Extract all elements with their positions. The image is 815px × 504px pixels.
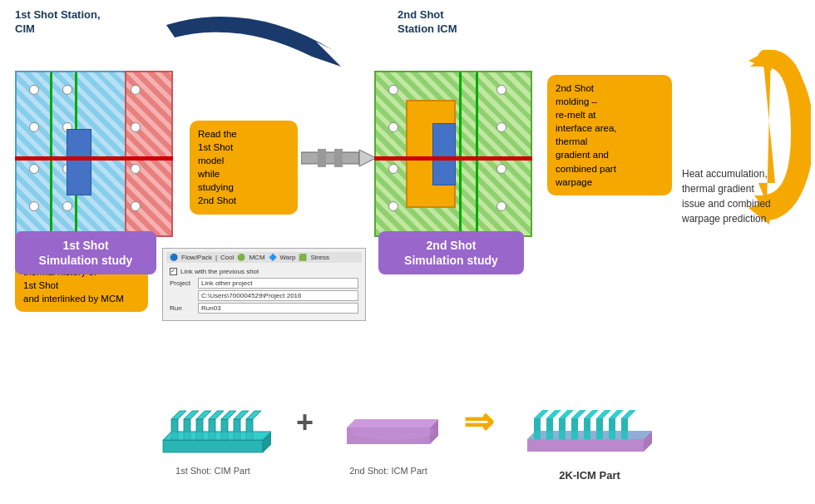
callout-remelt: 2nd Shot molding – re-melt at interface … — [547, 75, 672, 195]
dialog-path-row: C:\Users\700004529\Project 2016 — [170, 290, 358, 301]
svg-point-31 — [351, 423, 434, 440]
dialog-run-row: Run Run03 — [170, 303, 358, 314]
injection-unit-icon — [301, 146, 380, 170]
circle — [29, 164, 39, 174]
svg-rect-2 — [318, 149, 326, 167]
svg-marker-51 — [527, 431, 652, 439]
sim-box-1: 1st Shot Simulation study — [15, 231, 156, 274]
arrow-top-left-icon — [150, 17, 349, 83]
dialog-checkbox-row: Link with the previous shot — [170, 268, 358, 275]
circle — [388, 85, 398, 95]
checkbox-link[interactable] — [170, 268, 177, 275]
circle — [496, 85, 506, 95]
svg-marker-33 — [527, 439, 644, 452]
station1-label: 1st Shot Station, CIM — [15, 8, 101, 37]
dialog-project-row: Project Link other project — [170, 278, 358, 289]
svg-marker-23 — [209, 411, 224, 419]
circle — [62, 201, 72, 211]
dialog-mcm: 🔵 Flow/Pack | Cool 🟢 MCM 🔷 Warp 🟩 Stress… — [162, 248, 366, 321]
part1-label: 1st Shot: CIM Part — [175, 466, 250, 476]
svg-marker-21 — [184, 411, 199, 419]
svg-marker-10 — [163, 440, 263, 452]
part1-container: 1st Shot: CIM Part — [155, 386, 271, 476]
svg-marker-44 — [546, 410, 561, 418]
circle — [29, 122, 39, 132]
svg-marker-48 — [596, 410, 611, 418]
heat-text: Heat accumulation, thermal gradient issu… — [682, 166, 807, 226]
dialog-body: Link with the previous shot Project Link… — [166, 266, 362, 317]
circle — [388, 201, 398, 211]
circle — [29, 85, 39, 95]
svg-marker-22 — [196, 411, 211, 419]
circle — [131, 122, 141, 132]
cim-part-icon — [155, 386, 271, 461]
2k-icm-part-icon — [519, 381, 660, 464]
svg-marker-43 — [534, 410, 549, 418]
mold-core-2 — [432, 123, 456, 185]
mold-parting-line-1 — [15, 156, 173, 161]
svg-marker-49 — [609, 410, 624, 418]
icm-part-icon — [338, 386, 438, 461]
circle — [388, 122, 398, 132]
mold-parting-line-2 — [374, 156, 532, 161]
part3-container: 2K-ICM Part — [519, 381, 660, 482]
svg-marker-27 — [163, 432, 271, 440]
svg-marker-46 — [571, 410, 586, 418]
plus-operator: + — [296, 405, 314, 440]
svg-rect-3 — [334, 149, 343, 167]
mold-core-1 — [67, 129, 91, 195]
circle — [62, 85, 72, 95]
circle — [131, 201, 141, 211]
vert-line — [459, 72, 462, 239]
combine-arrow: ⇒ — [463, 400, 494, 442]
part2-label: 2nd Shot: ICM Part — [349, 466, 427, 476]
circle — [131, 164, 141, 174]
bottom-section: 1st Shot: CIM Part + 2nd Shot: ICM Part … — [0, 358, 815, 504]
part3-label: 2K-ICM Part — [559, 469, 620, 482]
sim-box-2: 2nd Shot Simulation study — [378, 231, 524, 274]
circle — [496, 201, 506, 211]
callout-read-shot: Read the 1st Shot model while studying 2… — [190, 121, 298, 215]
vert-line — [50, 72, 52, 239]
circle — [29, 201, 39, 211]
svg-marker-9 — [748, 50, 772, 71]
svg-marker-26 — [246, 411, 261, 419]
svg-marker-25 — [234, 411, 249, 419]
svg-marker-50 — [621, 410, 636, 418]
svg-marker-47 — [584, 410, 599, 418]
svg-marker-20 — [171, 411, 186, 419]
circle — [131, 85, 141, 95]
svg-marker-45 — [559, 410, 574, 418]
part2-container: 2nd Shot: ICM Part — [338, 386, 438, 476]
dialog-toolbar: 🔵 Flow/Pack | Cool 🟢 MCM 🔷 Warp 🟩 Stress — [166, 252, 362, 263]
top-section: 1st Shot Station, CIM 2nd Shot Station I… — [0, 0, 815, 349]
circle — [496, 122, 506, 132]
svg-marker-1 — [359, 150, 376, 166]
circle — [388, 164, 398, 174]
svg-rect-0 — [301, 152, 359, 164]
svg-marker-24 — [221, 411, 236, 419]
station2-label: 2nd Shot Station ICM — [398, 8, 457, 37]
mold-box-1-right — [125, 71, 173, 237]
vert-line — [476, 72, 478, 239]
circle — [496, 164, 506, 174]
